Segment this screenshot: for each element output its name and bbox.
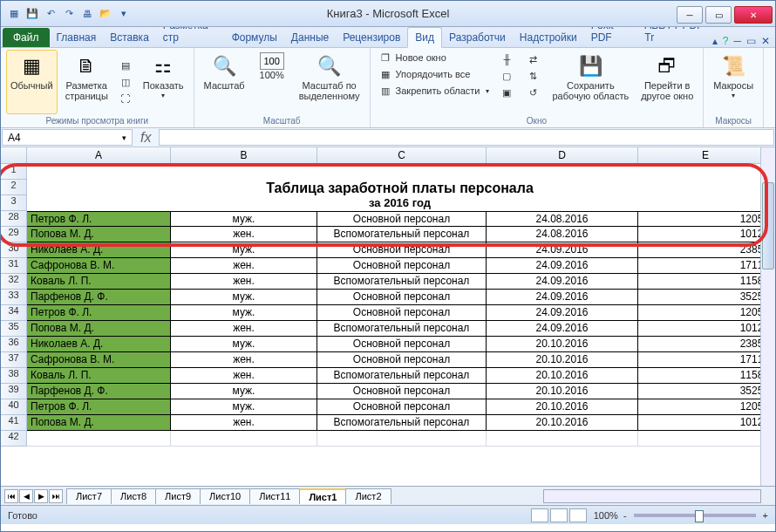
column-header[interactable]: D (487, 147, 638, 164)
tab-insert[interactable]: Вставка (103, 28, 156, 47)
data-cell[interactable]: Основной персонал (317, 242, 487, 258)
tab-addins[interactable]: Надстройки (513, 28, 584, 47)
zoom-minus[interactable]: - (623, 510, 627, 521)
data-cell[interactable]: Вспомогательный персонал (317, 274, 487, 290)
data-cell[interactable]: жен. (171, 258, 317, 274)
minimize-button[interactable]: ─ (677, 6, 703, 24)
empty-cell[interactable] (487, 431, 638, 447)
worksheet[interactable]: ABCDE12Таблица заработной платы персонал… (1, 147, 775, 486)
data-cell[interactable]: Основной персонал (317, 211, 487, 227)
help-icon[interactable]: ? (723, 35, 729, 47)
row-header[interactable]: 38 (1, 368, 27, 384)
data-cell[interactable]: Вспомогательный персонал (317, 227, 487, 242)
row-header[interactable]: 40 (1, 399, 27, 415)
sheet-first-icon[interactable]: ⏮ (4, 489, 18, 503)
fullscreen-button[interactable]: ⛶ (116, 91, 135, 106)
data-cell[interactable]: 20.10.2016 (487, 399, 638, 415)
split-button[interactable]: ╫ (497, 51, 516, 67)
sheet-tab[interactable]: Лист2 (345, 488, 391, 504)
data-cell[interactable]: 24.09.2016 (487, 321, 638, 337)
minimize-ribbon-icon[interactable]: ▴ (712, 35, 718, 47)
zoom-plus[interactable]: + (763, 510, 768, 521)
data-cell[interactable]: 10125 (638, 415, 773, 431)
sheet-last-icon[interactable]: ⏭ (49, 489, 63, 503)
show-dropdown[interactable]: ⚏ Показать ▾ (139, 50, 188, 114)
row-header[interactable]: 28 (1, 211, 27, 227)
data-cell[interactable]: 11580 (638, 368, 773, 384)
data-cell[interactable]: муж. (171, 337, 317, 352)
row-header[interactable]: 3 (1, 195, 27, 211)
data-cell[interactable]: 17110 (638, 258, 773, 274)
scrollbar-thumb[interactable] (762, 182, 774, 269)
select-all-corner[interactable] (1, 147, 27, 164)
print-icon[interactable]: 🖶 (79, 6, 95, 22)
empty-cell[interactable] (317, 431, 487, 447)
column-header[interactable]: B (171, 147, 317, 164)
tab-data[interactable]: Данные (284, 28, 336, 47)
data-cell[interactable]: 24.09.2016 (487, 242, 638, 258)
normal-shortcut[interactable] (531, 508, 548, 522)
row-header[interactable]: 29 (1, 227, 27, 242)
data-cell[interactable]: 24.09.2016 (487, 274, 638, 290)
data-cell[interactable]: Основной персонал (317, 258, 487, 274)
sheet-tab[interactable]: Лист7 (66, 488, 112, 504)
custom-views-button[interactable]: ◫ (116, 74, 135, 90)
row-header[interactable]: 39 (1, 384, 27, 399)
data-cell[interactable]: Николаев А. Д. (27, 337, 171, 352)
row-header[interactable]: 32 (1, 274, 27, 290)
vertical-scrollbar[interactable] (760, 147, 775, 486)
data-cell[interactable]: Сафронова В. М. (27, 258, 171, 274)
data-cell[interactable]: 17110 (638, 352, 773, 368)
row-header[interactable]: 42 (1, 431, 27, 447)
data-cell[interactable]: 11580 (638, 274, 773, 290)
new-window-button[interactable]: ❐Новое окно (376, 50, 493, 65)
data-cell[interactable]: 35254 (638, 290, 773, 305)
data-cell[interactable]: Парфенов Д. Ф. (27, 290, 171, 305)
row-header[interactable]: 35 (1, 321, 27, 337)
normal-view-button[interactable]: ▦ Обычный (6, 50, 58, 114)
data-cell[interactable]: 23851 (638, 242, 773, 258)
pagebreak-preview-button[interactable]: ▤ (116, 58, 135, 73)
zoom-slider[interactable] (634, 514, 756, 517)
data-cell[interactable]: Вспомогательный персонал (317, 415, 487, 431)
tab-formulas[interactable]: Формулы (225, 28, 284, 47)
data-cell[interactable]: 35254 (638, 384, 773, 399)
tab-developer[interactable]: Разработчи (442, 28, 513, 47)
sync-scroll-button[interactable]: ⇄ (523, 51, 542, 67)
excel-icon[interactable]: ▦ (6, 6, 22, 22)
data-cell[interactable]: жен. (171, 415, 317, 431)
data-cell[interactable]: Коваль Л. П. (27, 274, 171, 290)
data-cell[interactable]: 12050 (638, 305, 773, 321)
tab-view[interactable]: Вид (407, 27, 442, 48)
chevron-down-icon[interactable]: ▾ (122, 133, 126, 142)
data-cell[interactable]: 10125 (638, 227, 773, 242)
window-restore-icon[interactable]: ▭ (746, 35, 756, 47)
compare-button[interactable]: ⇅ (523, 68, 542, 84)
qat-dropdown-icon[interactable]: ▾ (116, 6, 132, 22)
data-cell[interactable]: Основной персонал (317, 384, 487, 399)
row-header[interactable]: 31 (1, 258, 27, 274)
data-cell[interactable]: жен. (171, 368, 317, 384)
data-cell[interactable]: 24.09.2016 (487, 305, 638, 321)
sheet-tab[interactable]: Лист8 (111, 488, 156, 504)
title-cell[interactable]: Таблица заработной платы персонала (27, 180, 773, 195)
data-cell[interactable]: 24.08.2016 (487, 227, 638, 242)
undo-icon[interactable]: ↶ (43, 6, 58, 22)
data-cell[interactable]: 24.08.2016 (487, 211, 638, 227)
sheet-tab[interactable]: Лист11 (249, 488, 300, 504)
hide-button[interactable]: ▢ (497, 68, 516, 84)
save-workspace-button[interactable]: 💾 Сохранить рабочую область (548, 50, 633, 114)
sheet-tab[interactable]: Лист9 (155, 488, 201, 504)
data-cell[interactable]: Попова М. Д. (27, 227, 171, 242)
data-cell[interactable]: Основной персонал (317, 290, 487, 305)
close-button[interactable]: ✕ (734, 6, 773, 24)
data-cell[interactable]: 20.10.2016 (487, 337, 638, 352)
arrange-all-button[interactable]: ▦Упорядочить все (376, 66, 493, 82)
data-cell[interactable]: 23851 (638, 337, 773, 352)
data-cell[interactable]: Вспомогательный персонал (317, 321, 487, 337)
data-cell[interactable]: жен. (171, 321, 317, 337)
data-cell[interactable]: 12050 (638, 399, 773, 415)
data-cell[interactable]: Основной персонал (317, 399, 487, 415)
fx-icon[interactable]: fx (133, 128, 158, 147)
data-cell[interactable]: Основной персонал (317, 305, 487, 321)
